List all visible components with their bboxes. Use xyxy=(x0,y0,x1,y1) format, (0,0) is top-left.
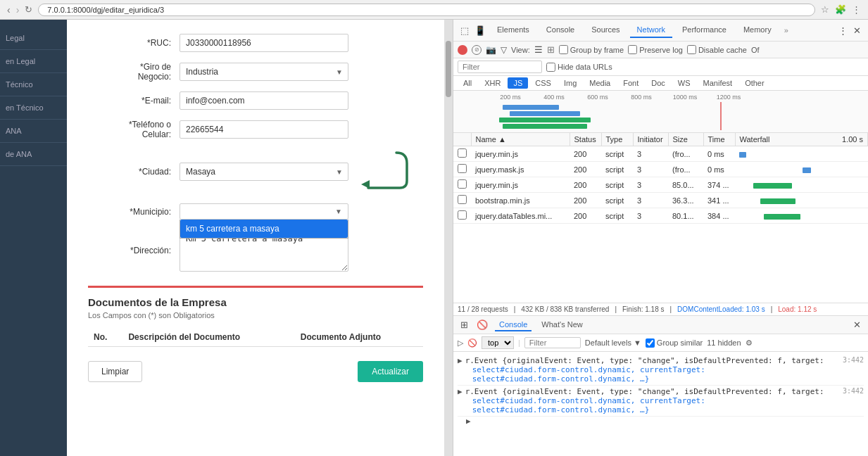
entry-subtext[interactable]: select#ciudad.form-control.dynamic, curr… xyxy=(472,396,864,405)
email-input[interactable] xyxy=(180,91,348,110)
ciudad-select[interactable]: Masaya xyxy=(180,163,348,181)
record-button[interactable] xyxy=(458,45,467,55)
table-row[interactable]: bootstrap.min.js 200 script 3 36.3... 34… xyxy=(453,193,868,208)
th-waterfall[interactable]: Waterfall 1.00 s xyxy=(735,133,868,146)
preserve-log-checkbox[interactable] xyxy=(628,45,637,54)
th-name[interactable]: Name ▲ xyxy=(471,133,570,146)
bookmark-icon[interactable]: ☆ xyxy=(821,4,829,15)
th-type[interactable]: Type xyxy=(601,133,633,146)
th-initiator[interactable]: Initiator xyxy=(633,133,668,146)
filter-other[interactable]: Other xyxy=(739,77,770,89)
filter-font[interactable]: Font xyxy=(617,77,644,89)
browser-nav-back[interactable]: ‹ xyxy=(7,4,11,15)
more-tabs-icon[interactable]: » xyxy=(784,26,788,34)
devtools-device-icon[interactable]: 📱 xyxy=(473,24,487,37)
th-status[interactable]: Status xyxy=(570,133,601,146)
camera-icon[interactable]: 📷 xyxy=(486,45,496,55)
extension-icon[interactable]: 🧩 xyxy=(835,4,846,15)
console-expand-line[interactable]: ▶ xyxy=(458,417,864,426)
tree-view-icon[interactable]: ⊞ xyxy=(547,44,555,55)
devtools-close-icon[interactable]: ✕ xyxy=(852,24,862,37)
group-by-frame-checkbox[interactable] xyxy=(559,45,568,54)
tab-console[interactable]: Console xyxy=(539,23,581,38)
console-filter-input[interactable] xyxy=(524,337,581,348)
ruc-input[interactable] xyxy=(180,34,348,52)
sidebar-item-en-legal[interactable]: en Legal xyxy=(0,50,67,73)
actualizar-button[interactable]: Actualizar xyxy=(358,361,423,382)
table-row[interactable]: jquery.min.js 200 script 3 (fro... 0 ms xyxy=(453,146,868,162)
giro-select[interactable]: Industria xyxy=(180,63,348,81)
list-view-icon[interactable]: ☰ xyxy=(534,44,543,55)
console-context-select[interactable]: top xyxy=(482,336,514,349)
browser-reload[interactable]: ↻ xyxy=(25,4,32,15)
telefono-input[interactable] xyxy=(180,120,348,139)
tab-performance[interactable]: Performance xyxy=(675,23,734,38)
console-clear-icon[interactable]: 🚫 xyxy=(475,318,489,331)
filter-js[interactable]: JS xyxy=(508,77,528,89)
disable-cache-checkbox[interactable] xyxy=(687,45,696,54)
filter-all[interactable]: All xyxy=(458,77,477,89)
table-row[interactable]: jquery.mask.js 200 script 3 (fro... 0 ms xyxy=(453,162,868,177)
sidebar-item-en-tecnico[interactable]: en Técnico xyxy=(0,96,67,120)
th-size[interactable]: Size xyxy=(668,133,703,146)
row-initiator[interactable]: 3 xyxy=(633,177,668,193)
entry-subtext[interactable]: select#ciudad.form-control.dynamic, curr… xyxy=(472,365,864,374)
console-gear-icon[interactable]: ⚙ xyxy=(746,338,753,348)
row-initiator[interactable]: 3 xyxy=(633,162,668,177)
filter-media[interactable]: Media xyxy=(584,77,616,89)
filter-doc[interactable]: Doc xyxy=(646,77,671,89)
hide-data-urls-checkbox[interactable] xyxy=(546,63,555,72)
municipio-option[interactable]: km 5 carretera a masaya xyxy=(180,220,348,238)
tab-elements[interactable]: Elements xyxy=(490,23,536,38)
sidebar-item-tecnico[interactable]: Técnico xyxy=(0,73,67,96)
address-bar-url[interactable]: 7.0.0.1:8000/dgj/editar_ejuridica/3 xyxy=(47,6,164,14)
row-initiator[interactable]: 3 xyxy=(633,208,668,224)
row-initiator[interactable]: 3 xyxy=(633,146,668,162)
tab-memory[interactable]: Memory xyxy=(736,23,779,38)
console-run-icon[interactable]: ▷ xyxy=(458,338,463,348)
console-expand-icon[interactable]: ⊞ xyxy=(459,318,470,331)
tab-sources[interactable]: Sources xyxy=(584,23,627,38)
filter-manifest[interactable]: Manifest xyxy=(698,77,738,89)
giro-row: *Giro deNegocio: Industria ▼ xyxy=(88,62,423,82)
filter-css[interactable]: CSS xyxy=(529,77,557,89)
group-similar-checkbox[interactable] xyxy=(646,338,655,348)
tick-600: 600 ms xyxy=(576,94,619,101)
sidebar-item-ana[interactable]: ANA xyxy=(0,120,67,143)
main-scroll-thumb[interactable] xyxy=(446,41,451,97)
default-levels-label[interactable]: Default levels ▼ xyxy=(585,338,641,347)
row-checkbox[interactable] xyxy=(458,148,467,158)
filter-ws[interactable]: WS xyxy=(672,77,696,89)
th-time[interactable]: Time xyxy=(703,133,735,146)
row-checkbox[interactable] xyxy=(458,210,467,220)
browser-nav-forward[interactable]: › xyxy=(16,4,20,15)
devtools-more-icon[interactable]: ⋮ xyxy=(837,24,849,37)
bottom-expand-arrow[interactable]: ▶ xyxy=(466,417,471,426)
filter-img[interactable]: Img xyxy=(558,77,582,89)
clear-button[interactable]: ⊘ xyxy=(472,45,482,55)
row-checkbox[interactable] xyxy=(458,164,467,173)
table-row[interactable]: jquery.min.js 200 script 3 85.0... 374 .… xyxy=(453,177,868,193)
console-entry: ▶ 3:442 r.Event {originalEvent: Event, t… xyxy=(458,355,864,386)
sidebar-item-legal[interactable]: Legal xyxy=(0,27,67,50)
console-settings-icon[interactable]: 🚫 xyxy=(467,338,477,348)
filter-xhr[interactable]: XHR xyxy=(479,77,506,89)
main-scrollbar[interactable] xyxy=(444,20,453,456)
row-checkbox[interactable] xyxy=(458,179,467,189)
table-row[interactable]: jquery.dataTables.mi... 200 script 3 80.… xyxy=(453,208,868,224)
row-checkbox[interactable] xyxy=(458,195,467,204)
entry-expand-arrow[interactable]: ▶ xyxy=(458,356,463,365)
tab-network[interactable]: Network xyxy=(630,23,672,38)
limpiar-button[interactable]: Limpiar xyxy=(88,361,142,382)
console-tab-console[interactable]: Console xyxy=(495,319,532,331)
filter-input[interactable] xyxy=(458,61,542,73)
devtools-inspect-icon[interactable]: ⬚ xyxy=(459,24,470,37)
sidebar-item-de-ana[interactable]: de ANA xyxy=(0,143,67,166)
console-close-icon[interactable]: ✕ xyxy=(852,318,862,331)
group-by-frame-label: Group by frame xyxy=(559,45,624,54)
row-initiator[interactable]: 3 xyxy=(633,193,668,208)
console-tab-whatsnew[interactable]: What's New xyxy=(537,319,586,331)
filter-icon[interactable]: ▽ xyxy=(501,45,507,55)
menu-icon[interactable]: ⋮ xyxy=(852,4,861,15)
entry-expand-arrow[interactable]: ▶ xyxy=(458,387,463,396)
